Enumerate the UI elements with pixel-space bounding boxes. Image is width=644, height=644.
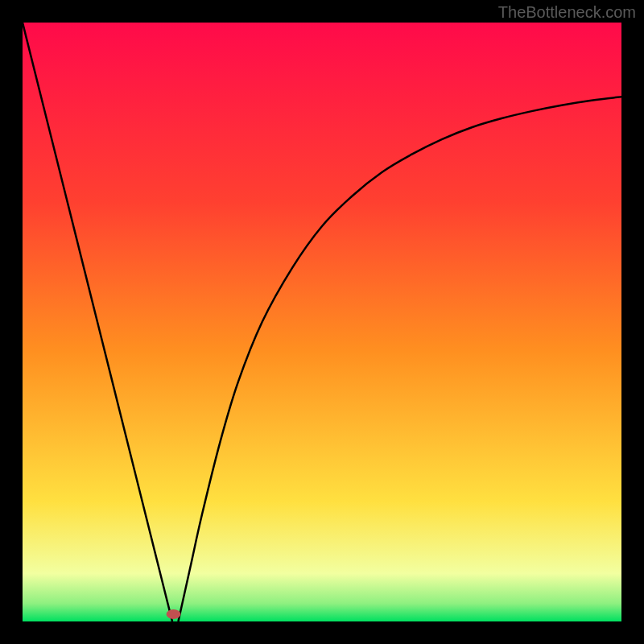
watermark-text: TheBottleneck.com [498, 3, 636, 22]
plot-svg [23, 23, 621, 621]
chart-container: TheBottleneck.com [0, 0, 644, 644]
gradient-background [23, 23, 621, 621]
plot-area [23, 23, 621, 621]
minimum-marker [167, 609, 181, 619]
